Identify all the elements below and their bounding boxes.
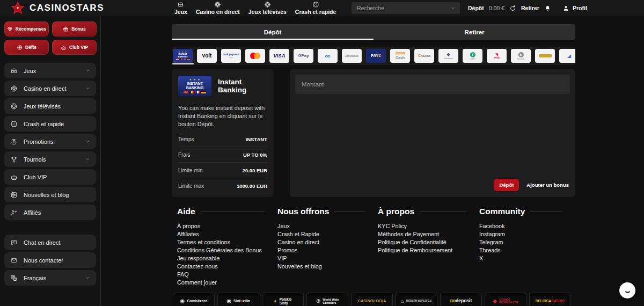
payment-method-google-pay[interactable]: G Pay <box>294 49 313 63</box>
payment-method-instant-bank-payment[interactable]: bank payment••••• <box>221 49 241 63</box>
footer-link-termes-et-conditions[interactable]: Termes et conditions <box>177 238 277 246</box>
footer-link-telegram[interactable]: Telegram <box>479 238 575 246</box>
sidebar-item-tournois[interactable]: Tournois <box>4 151 96 167</box>
deposit-submit-button[interactable]: Dépôt <box>494 179 519 191</box>
quick-button-defis[interactable]: Défis <box>4 40 49 55</box>
payment-method-payz[interactable]: PAYZ <box>366 49 386 63</box>
top-nav-crash-et-rapide[interactable]: Crash et rapide <box>295 1 336 15</box>
wallet-deposit-button[interactable]: Dépôt <box>468 5 484 11</box>
payment-method-volt[interactable]: volt <box>197 49 217 63</box>
footer-link-politique-de-confidentialite[interactable]: Politique de Confidentialité <box>378 238 479 246</box>
sidebar-item-club-vip[interactable]: Club VIP <box>4 169 96 185</box>
footer-link-kyc-policy[interactable]: KYC Policy <box>378 222 479 230</box>
payment-method-crypto-gold[interactable] <box>535 49 555 63</box>
sidebar-item-affilies[interactable]: Affiliés <box>4 205 96 220</box>
method-details: TempsINSTANTFraisUP TO 0%Limite min20.00… <box>178 132 267 194</box>
refresh-icon[interactable] <box>509 5 516 12</box>
live-chat-widget-button[interactable] <box>619 282 635 298</box>
partner-polskie-sloty[interactable]: ◐PolskieSloty <box>262 293 304 306</box>
selected-method-indicator <box>172 63 194 65</box>
payment-method-visa[interactable]: VISA <box>269 49 289 63</box>
sidebar-item-jeux[interactable]: Jeux <box>4 63 96 78</box>
tab-label: Retirer <box>464 29 484 35</box>
profile-button[interactable]: Profil <box>562 0 587 16</box>
payment-method-tron[interactable]: ◥TRON <box>487 49 507 63</box>
wallet-balance: 0.00 € <box>489 5 504 11</box>
tab-retirer[interactable]: Retirer <box>374 24 575 40</box>
payment-method-mastercard[interactable] <box>245 49 265 63</box>
pm-sublabel: tether <box>470 58 475 60</box>
chevron-down-icon[interactable] <box>450 5 456 11</box>
footer-link-promos[interactable]: Promos <box>277 246 378 254</box>
footer-link-threads[interactable]: Threads <box>479 246 575 254</box>
partner-casinos-incanada[interactable]: ◆CASINOSINCANADA.COM <box>485 293 526 306</box>
footer-link-jeux[interactable]: Jeux <box>277 222 378 230</box>
payment-method-jeton-cash[interactable]: JetonCash <box>390 49 410 63</box>
partner-label: Gamblizard <box>187 299 207 303</box>
payment-method-cashlib[interactable]: CASHlib <box>414 49 434 63</box>
footer-link-jeu-responsable[interactable]: Jeu responsable <box>177 254 277 263</box>
top-nav-jeux[interactable]: Jeux <box>174 1 187 15</box>
sidebar-item-chat-en-direct[interactable]: Chat en direct <box>4 235 96 250</box>
footer-column-title-text: Nous offrons <box>277 207 329 216</box>
search-input[interactable] <box>356 4 450 12</box>
add-bonus-link[interactable]: Ajouter un bonus <box>526 182 569 188</box>
footer-link-vip[interactable]: VIP <box>277 254 378 263</box>
partner-world-wide-gamblers[interactable]: ⊕World WideGamblers <box>306 293 348 306</box>
sidebar-item-nous-contacter[interactable]: Nous contacter <box>4 252 96 268</box>
footer-link-nouvelles-et-blog[interactable]: Nouvelles et blog <box>277 263 378 271</box>
footer-link-affiliates[interactable]: Affiliates <box>177 230 277 238</box>
amount-input[interactable] <box>295 75 570 94</box>
footer-link-casino-en-direct[interactable]: Casino en direct <box>277 238 378 246</box>
partner-nodeposit[interactable]: nodeposit <box>440 293 482 306</box>
top-nav-jeux-televises[interactable]: Jeux télévisés <box>248 1 287 15</box>
partner-slotozilla[interactable]: ◉Slotozilla <box>217 293 259 306</box>
footer-link-faq[interactable]: FAQ <box>177 271 277 279</box>
sidebar-item-jeux-televises[interactable]: Jeux télévisés <box>4 98 96 114</box>
notifications-bell-icon[interactable] <box>544 5 551 12</box>
footer-column-title: Nous offrons <box>277 207 378 216</box>
sidebar-menu: JeuxCasino en directJeux télévisésCrash … <box>4 63 96 220</box>
partner-label: MODERN WORLD B.V. <box>406 300 432 302</box>
payment-method-crypto-blue[interactable]: ◢ <box>559 49 575 63</box>
divider <box>420 212 466 212</box>
partner-modern-world-bv[interactable]: ⌂MODERN WORLD B.V. <box>396 293 437 306</box>
quick-button-club-vip[interactable]: Club VIP <box>52 40 97 55</box>
footer-link-a-propos[interactable]: À propos <box>177 222 277 230</box>
payment-method-jetonbank[interactable]: Jetonbank <box>342 49 362 63</box>
tab-label: Dépôt <box>264 29 282 35</box>
footer-link-facebook[interactable]: Facebook <box>479 222 575 230</box>
sidebar-item-promotions[interactable]: Promotions <box>4 134 96 149</box>
footer-column-nous-offrons: Nous offronsJeuxCrash et RapideCasino en… <box>277 207 378 287</box>
footer-link-comment-jouer[interactable]: Comment jouer <box>177 279 277 287</box>
footer-column-title-text: À propos <box>378 207 414 216</box>
language-selector-francais[interactable]: Français <box>4 270 96 286</box>
payment-method-infinity-pay[interactable]: ∞ <box>318 49 338 63</box>
partner-gamblizard[interactable]: ◉Gamblizard <box>173 293 215 306</box>
pm-label: Pay <box>302 54 309 58</box>
footer-link-instagram[interactable]: Instagram <box>479 230 575 238</box>
footer-link-politique-de-remboursement[interactable]: Politique de Remboursement <box>378 246 479 254</box>
sidebar-item-casino-en-direct[interactable]: Casino en direct <box>4 81 96 96</box>
payment-method-instant-banking[interactable]: ★ ★ ★INSTANT BANKING <box>173 49 193 63</box>
partner-casinologia[interactable]: CASINOLOGIA <box>351 293 393 306</box>
sidebar-item-nouvelles-et-blog[interactable]: Nouvelles et blog <box>4 187 96 202</box>
partner-label: Slot <box>233 299 240 303</box>
sidebar-item-crash-et-rapide[interactable]: Crash et rapide <box>4 116 96 132</box>
payment-method-tether[interactable]: Ttether <box>463 49 482 63</box>
wallet-withdraw-button[interactable]: Retirer <box>521 5 539 11</box>
tab-depot[interactable]: Dépôt <box>172 24 374 40</box>
footer-link-methodes-de-payement[interactable]: Méthodes de Payement <box>378 230 479 238</box>
footer-link-x[interactable]: X <box>479 254 575 263</box>
top-nav-casino-en-direct[interactable]: Casino en direct <box>196 1 240 15</box>
chat-icon <box>10 239 18 246</box>
payment-method-litecoin[interactable]: Łlitecoin <box>511 49 531 63</box>
quick-button-recompenses[interactable]: Récompenses <box>4 21 49 37</box>
brand-logo[interactable]: CASINOSTARS <box>11 1 104 15</box>
footer-link-contactez-nous[interactable]: Contactez-nous <box>177 263 277 271</box>
footer-link-conditions-generales-des-bonus[interactable]: Conditions Générales des Bonus <box>177 246 277 254</box>
footer-link-crash-et-rapide[interactable]: Crash et Rapide <box>277 230 378 238</box>
payment-method-ethereum[interactable]: ◆ethereum <box>438 49 458 63</box>
partner-belgicacasino[interactable]: BELGICACASINO <box>529 293 571 306</box>
quick-button-bonus[interactable]: Bonus <box>52 21 97 37</box>
